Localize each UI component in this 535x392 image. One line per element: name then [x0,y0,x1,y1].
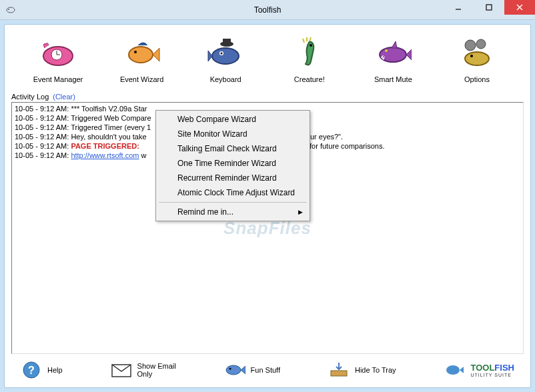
email-label: Show Email Only [137,362,176,378]
menu-web-compare[interactable]: Web Compare Wizard [157,112,308,127]
menu-site-monitor[interactable]: Site Monitor Wizard [157,127,308,141]
app-window: Toolfish Event Manager [0,0,535,392]
help-label: Help [47,366,63,374]
tool-label: Options [464,75,490,83]
svg-marker-23 [392,41,397,48]
svg-rect-34 [331,371,347,376]
content-area: Event Manager Event Wizard Keyboard [0,20,535,392]
svg-text:?: ? [28,365,35,376]
tool-label: Creature! [294,75,325,83]
svg-point-35 [446,365,460,375]
tool-label: Smart Mute [374,75,412,83]
fish-small-icon [224,361,245,379]
menu-talking-email[interactable]: Talking Email Check Wizard [157,141,308,156]
titlebar: Toolfish [0,0,535,20]
svg-marker-36 [460,367,464,373]
tool-options[interactable]: Options [444,33,510,83]
log-header: Activity Log (Clear) [11,93,524,101]
clear-link[interactable]: (Clear) [53,93,75,101]
svg-point-24 [465,40,476,51]
gearfish-icon [457,33,497,73]
bottom-bar: ? Help Show Email Only Fun Stuff [11,354,524,382]
tool-keyboard[interactable]: Keyboard [192,33,259,83]
whale-icon [38,33,78,73]
logo-subtitle: UTILITY SUITE [470,373,514,377]
submenu-arrow-icon: ▶ [298,209,303,215]
tool-smart-mute[interactable]: Smart Mute [360,33,426,83]
tray-icon [328,361,350,379]
log-title: Activity Log [11,93,49,101]
fun-label: Fun Stuff [251,366,280,374]
menu-separator [159,202,307,203]
minimize-button[interactable] [443,0,474,15]
logo-fish-icon [444,361,465,379]
tool-label: Event Manager [33,75,83,83]
show-email-button[interactable]: Show Email Only [111,361,176,379]
tray-label: Hide To Tray [355,366,396,374]
window-title: Toolfish [254,5,282,15]
app-icon [5,5,16,15]
svg-marker-14 [208,51,212,61]
tool-label: Keyboard [210,75,241,83]
url-link[interactable]: http://www.rtsoft.com [71,151,139,159]
hide-tray-button[interactable]: Hide To Tray [328,361,396,379]
main-toolbar: Event Manager Event Wizard Keyboard [11,30,524,90]
tool-event-wizard[interactable]: Event Wizard [109,33,175,83]
shark-hat-icon [205,33,245,73]
logo: TOOLFISH UTILITY SUITE [444,361,514,379]
fish-icon [122,33,162,73]
svg-point-10 [129,47,153,63]
svg-point-1 [8,9,9,10]
svg-marker-11 [153,48,159,61]
svg-point-33 [229,368,231,370]
svg-rect-16 [223,39,231,44]
close-button[interactable] [504,0,535,15]
watermark: SnapFiles [223,223,312,233]
svg-marker-21 [406,49,412,60]
svg-rect-3 [486,5,492,10]
menu-one-time-reminder[interactable]: One Time Reminder Wizard [157,156,308,171]
help-button[interactable]: ? Help [21,361,63,379]
tool-creature[interactable]: Creature! [276,33,343,83]
svg-point-27 [470,55,473,57]
inner-panel: Event Manager Event Wizard Keyboard [4,24,531,388]
svg-point-26 [465,52,489,65]
svg-point-13 [212,48,239,64]
svg-point-0 [7,7,15,13]
fun-stuff-button[interactable]: Fun Stuff [224,361,280,379]
tool-label: Event Wizard [120,75,163,83]
shark-icon [373,33,413,73]
tool-event-manager[interactable]: Event Manager [25,33,91,83]
logo-text: TOOLFISH [470,363,514,373]
svg-point-12 [134,51,137,53]
svg-marker-32 [241,366,245,374]
context-menu: Web Compare Wizard Site Monitor Wizard T… [155,110,310,221]
window-controls [443,0,535,15]
svg-point-18 [221,53,223,55]
menu-recurrent-reminder[interactable]: Recurrent Reminder Wizard [157,171,308,185]
help-icon: ? [21,361,42,379]
svg-point-19 [310,44,312,47]
envelope-icon [111,361,132,379]
menu-atomic-clock[interactable]: Atomic Clock Time Adjust Wizard [157,185,308,200]
maximize-button[interactable] [474,0,504,15]
svg-point-22 [385,49,388,52]
menu-remind-me[interactable]: Remind me in... ▶ [157,205,308,219]
seahorse-icon [290,33,330,73]
svg-point-31 [226,365,241,375]
svg-point-25 [476,39,486,49]
